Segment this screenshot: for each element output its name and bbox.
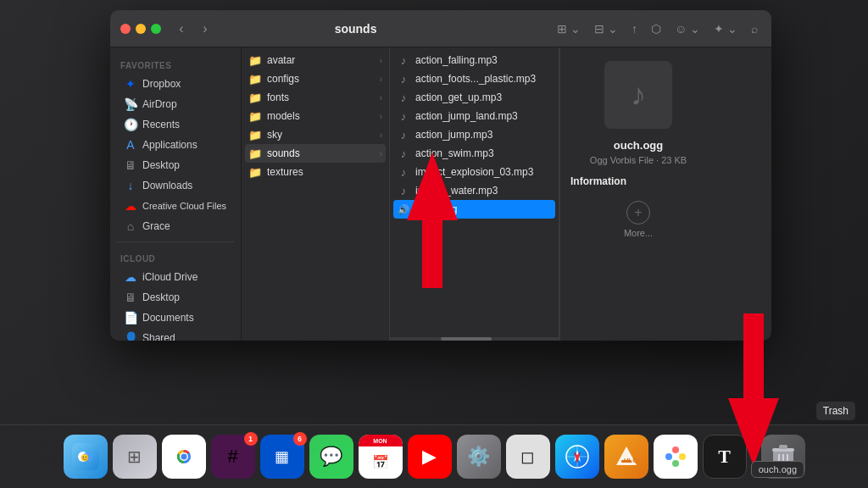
folder-icon: 📁	[248, 53, 262, 67]
dock-item-slack[interactable]: # 1	[211, 435, 255, 479]
audio-file-icon: ♪	[397, 72, 410, 86]
trash-tooltip: Trash	[816, 402, 855, 420]
dock-item-youtube-music[interactable]: ▶	[408, 435, 452, 479]
dropbox-icon[interactable]: ✦ ⌄	[710, 20, 741, 37]
svg-point-20	[672, 446, 679, 453]
chevron-right-icon: ›	[380, 130, 382, 140]
horizontal-scrollbar[interactable]	[390, 337, 559, 341]
view-toggle[interactable]: ⊞ ⌄	[554, 20, 584, 37]
list-item[interactable]: ♪ action_jump_land.mp3	[390, 107, 559, 125]
svg-point-22	[672, 460, 679, 467]
folder-name: configs	[267, 73, 299, 85]
list-item[interactable]: 📁 textures	[242, 163, 389, 181]
close-button[interactable]	[120, 24, 131, 34]
sidebar-item-recents[interactable]: 🕐 Recents	[114, 114, 237, 135]
sidebar-item-label: Documents	[142, 312, 194, 324]
home-icon: ⌂	[124, 219, 137, 233]
sidebar-item-desktop[interactable]: 🖥 Desktop	[114, 155, 237, 175]
dock-item-chrome[interactable]	[162, 435, 206, 479]
sidebar-item-dropbox[interactable]: ✦ Dropbox	[114, 74, 237, 94]
airdrop-icon: 📡	[124, 97, 137, 111]
dock-item-calendar[interactable]: MON 📅	[359, 435, 403, 479]
preview-filetype: Ogg Vorbis File · 23 KB	[590, 155, 687, 165]
sidebar-item-downloads[interactable]: ↓ Downloads	[114, 175, 237, 196]
toolbar-right: ⊞ ⌄ ⊟ ⌄ ↑ ⬡ ☺ ⌄ ✦ ⌄ ⌕	[554, 20, 761, 37]
sidebar-item-creative-cloud[interactable]: ☁ Creative Cloud Files	[114, 196, 237, 216]
minimize-button[interactable]	[136, 24, 146, 34]
tag-button[interactable]: ⬡	[648, 20, 665, 37]
list-item[interactable]: ♪ action_foots..._plastic.mp3	[390, 69, 559, 88]
chevron-right-icon: ›	[380, 112, 382, 121]
list-item[interactable]: 📁 avatar ›	[242, 51, 389, 69]
downloads-icon: ↓	[124, 179, 137, 192]
preview-info-label: Information	[570, 175, 626, 187]
sidebar-item-shared[interactable]: 👤 Shared	[114, 328, 237, 341]
dock-item-safari[interactable]	[555, 435, 599, 479]
desktop: ‹ › sounds ⊞ ⌄ ⊟ ⌄ ↑ ⬡ ☺ ⌄ ✦ ⌄ ⌕ Favorit…	[0, 0, 868, 488]
sidebar: Favorites ✦ Dropbox 📡 AirDrop 🕐 Recents …	[110, 47, 242, 341]
sidebar-item-label: AirDrop	[142, 98, 177, 110]
share-button[interactable]: ↑	[628, 20, 641, 37]
more-button[interactable]: + More...	[624, 201, 653, 238]
more-label: More...	[624, 228, 653, 238]
preview-filename: ouch.ogg	[614, 139, 664, 152]
dock-item-launchpad[interactable]: ⊞	[113, 435, 157, 479]
svg-point-24	[673, 454, 678, 459]
dock-item-roblox[interactable]: ◻	[506, 435, 550, 479]
icloud-icon: ☁	[124, 270, 137, 284]
creative-cloud-icon: ☁	[124, 199, 137, 213]
svg-point-10	[181, 454, 186, 460]
chevron-right-icon: ›	[380, 56, 382, 65]
dock-item-messages[interactable]: 💬	[309, 435, 353, 479]
sidebar-item-applications[interactable]: A Applications	[114, 135, 237, 155]
preview-panel: ♪ ouch.ogg Ogg Vorbis File · 23 KB Infor…	[559, 47, 716, 341]
list-item[interactable]: 📁 configs ›	[242, 69, 389, 88]
audio-file-icon: ♪	[397, 91, 410, 104]
scrollbar-thumb[interactable]	[441, 337, 492, 341]
sidebar-item-icloud-drive[interactable]: ☁ iCloud Drive	[114, 267, 237, 287]
sidebar-item-label: Creative Cloud Files	[142, 201, 226, 211]
list-item[interactable]: ♪ action_falling.mp3	[390, 51, 559, 69]
sidebar-divider	[117, 241, 234, 242]
applications-icon: A	[124, 138, 137, 152]
sidebar-item-icloud-desktop[interactable]: 🖥 Desktop	[114, 287, 237, 308]
list-item[interactable]: 📁 fonts ›	[242, 88, 389, 107]
chevron-right-icon: ›	[380, 149, 382, 158]
list-item[interactable]: 📁 models ›	[242, 107, 389, 125]
action-button[interactable]: ☺ ⌄	[671, 20, 704, 37]
favorites-label: Favorites	[110, 54, 241, 74]
desktop-icon: 🖥	[124, 291, 137, 304]
list-item[interactable]: 📁 sky ›	[242, 125, 389, 144]
sidebar-item-label: Applications	[142, 139, 198, 151]
recents-icon: 🕐	[124, 118, 137, 131]
dock-item-finder[interactable]: 😊	[64, 435, 108, 479]
dock-item-trello[interactable]: ▦ 6	[260, 435, 304, 479]
sidebar-item-airdrop[interactable]: 📡 AirDrop	[114, 94, 237, 114]
traffic-lights	[120, 24, 161, 34]
dock-item-vlc[interactable]: VLC	[604, 435, 648, 479]
audio-file-icon: ♪	[397, 53, 410, 67]
svg-point-23	[665, 453, 672, 460]
sidebar-item-icloud-documents[interactable]: 📄 Documents	[114, 308, 237, 328]
folder-icon: 📁	[248, 128, 262, 141]
list-item[interactable]: 📁 sounds ›	[245, 144, 386, 163]
search-button[interactable]: ⌕	[748, 20, 761, 37]
list-item[interactable]: ♪ action_get_up.mp3	[390, 88, 559, 107]
folder-icon: 📁	[248, 72, 262, 86]
folder-name: models	[267, 110, 300, 122]
trello-badge: 6	[293, 432, 307, 446]
list-item[interactable]: ♪ action_jump.mp3	[390, 125, 559, 144]
sidebar-item-grace[interactable]: ⌂ Grace	[114, 216, 237, 236]
dock-item-photos[interactable]	[654, 435, 698, 479]
preview-icon: ♪	[604, 61, 672, 129]
dropbox-icon: ✦	[124, 77, 137, 91]
shared-icon: 👤	[124, 331, 137, 341]
file-name: action_jump_land.mp3	[415, 110, 518, 122]
sidebar-item-label: Desktop	[142, 159, 180, 171]
group-by[interactable]: ⊟ ⌄	[591, 20, 621, 37]
columns-area: 📁 avatar › 📁 configs › 📁 fonts ›	[242, 47, 771, 341]
sidebar-item-label: Shared	[142, 332, 175, 341]
dock-item-system-preferences[interactable]: ⚙️	[457, 435, 501, 479]
folder-name: sky	[267, 129, 282, 141]
folder-name: sounds	[267, 147, 300, 159]
